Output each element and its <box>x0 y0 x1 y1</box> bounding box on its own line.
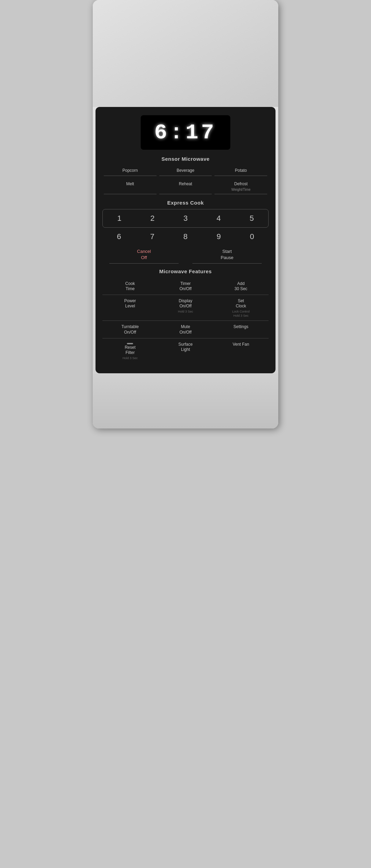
num-8-button[interactable]: 8 <box>177 229 194 244</box>
popcorn-button[interactable]: Popcorn <box>104 165 157 176</box>
sensor-row-1: Popcorn Beverage Potato <box>102 165 269 176</box>
action-row: Cancel Off Start Pause <box>102 246 269 263</box>
beverage-button[interactable]: Beverage <box>159 165 212 176</box>
num-0-button[interactable]: 0 <box>243 229 261 244</box>
number-row-2: 6 7 8 9 0 <box>102 229 269 244</box>
features-grid: CookTime TimerOn/Off Add30 Sec PowerLeve… <box>102 278 269 363</box>
turntable-on-off-button[interactable]: TurntableOn/Off <box>102 321 158 338</box>
set-clock-button[interactable]: SetClock Lock ControlHold 3 Sec <box>213 295 269 321</box>
clock-display-area: 6:17 <box>141 115 230 150</box>
sensor-microwave-title: Sensor Microwave <box>102 156 269 162</box>
num-9-button[interactable]: 9 <box>210 229 228 244</box>
features-title: Microwave Features <box>102 268 269 274</box>
num-2-button[interactable]: 2 <box>145 211 160 226</box>
cook-time-button[interactable]: CookTime <box>102 278 158 295</box>
start-pause-button[interactable]: Start Pause <box>192 246 262 263</box>
power-level-button[interactable]: PowerLevel <box>102 295 158 321</box>
vent-fan-button[interactable]: Vent Fan <box>213 338 269 363</box>
display-on-off-button[interactable]: DisplayOn/Off Hold 3 Sec <box>158 295 213 321</box>
surface-light-button[interactable]: SurfaceLight <box>158 338 213 363</box>
num-7-button[interactable]: 7 <box>143 229 161 244</box>
potato-button[interactable]: Potato <box>214 165 267 176</box>
microwave-body: 6:17 Sensor Microwave Popcorn Beverage P… <box>93 0 278 428</box>
clock-time: 6:17 <box>154 120 217 145</box>
control-panel: 6:17 Sensor Microwave Popcorn Beverage P… <box>96 107 275 373</box>
add-30-sec-button[interactable]: Add30 Sec <box>213 278 269 295</box>
filter-indicator <box>127 343 133 344</box>
melt-button[interactable]: Melt <box>104 179 157 195</box>
bottom-panel <box>93 373 278 428</box>
settings-button[interactable]: Settings <box>213 321 269 338</box>
num-5-button[interactable]: 5 <box>244 211 259 226</box>
number-row-bracketed: 1 2 3 4 5 <box>102 209 269 228</box>
num-3-button[interactable]: 3 <box>178 211 193 226</box>
express-cook-title: Express Cook <box>102 200 269 206</box>
sensor-row-2: Melt Reheat Defrost Weight/Time <box>102 179 269 195</box>
top-door-panel <box>93 0 278 107</box>
num-6-button[interactable]: 6 <box>110 229 128 244</box>
reheat-button[interactable]: Reheat <box>159 179 212 195</box>
timer-on-off-button[interactable]: TimerOn/Off <box>158 278 213 295</box>
num-4-button[interactable]: 4 <box>211 211 226 226</box>
mute-on-off-button[interactable]: MuteOn/Off <box>158 321 213 338</box>
num-1-button[interactable]: 1 <box>112 211 127 226</box>
reset-filter-button[interactable]: ResetFilter Hold 3 Sec <box>102 338 158 363</box>
cancel-off-button[interactable]: Cancel Off <box>109 246 179 263</box>
defrost-button[interactable]: Defrost Weight/Time <box>214 179 267 195</box>
